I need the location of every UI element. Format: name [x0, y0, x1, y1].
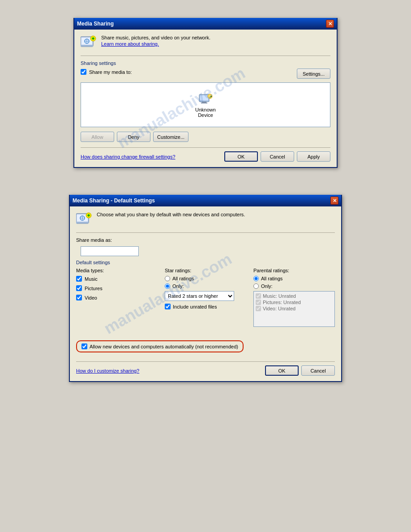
dialog2-header-icon-svg [76, 212, 92, 228]
device-action-buttons: Allow Deny Customize... [81, 132, 330, 142]
dialog1-title: Media Sharing [77, 21, 114, 27]
music-label: Music [85, 276, 98, 282]
dialog2-media-icon [76, 212, 92, 228]
parental-pictures-label: Pictures: Unrated [263, 300, 301, 305]
parental-list-box: Music: Unrated Pictures: Unrated Video: … [253, 291, 335, 327]
share-media-as-label: Share media as: [76, 237, 112, 243]
media-sharing-dialog: Media Sharing ✕ [73, 18, 338, 168]
deny-button[interactable]: Deny [117, 132, 150, 142]
parental-all-label: All ratings [261, 276, 283, 281]
apply-button[interactable]: Apply [297, 151, 330, 162]
parental-only-row: Only: [253, 283, 335, 289]
share-media-checkbox[interactable] [81, 69, 86, 75]
parental-all-radio[interactable] [253, 276, 259, 281]
header-icon-svg [81, 35, 97, 51]
parental-pictures-checkbox [256, 300, 261, 305]
parental-music-item: Music: Unrated [256, 293, 333, 299]
svg-rect-10 [201, 103, 207, 103]
dialog2-close-button[interactable]: ✕ [330, 197, 338, 205]
dialog2-title: Media Sharing - Default Settings [73, 197, 155, 204]
share-name-input[interactable]: Administrator [81, 246, 139, 256]
share-media-as-row: Share media as: [76, 237, 335, 243]
star-ratings-label: Star ratings: [165, 268, 246, 273]
media-types-col: Media types: Music Pictures Video [76, 268, 158, 327]
ok-button[interactable]: OK [224, 151, 258, 162]
svg-rect-15 [76, 222, 89, 223]
dialog1-header: Share music, pictures, and video on your… [81, 35, 330, 56]
parental-music-checkbox [256, 293, 261, 299]
media-sharing-icon [81, 35, 97, 51]
star-only-label: Only: [172, 283, 184, 289]
dialog1-footer: How does sharing change firewall setting… [81, 147, 330, 162]
parental-ratings-label: Parental ratings: [253, 268, 335, 273]
firewall-link[interactable]: How does sharing change firewall setting… [81, 154, 176, 159]
allow-new-devices-section: Allow new devices and computers automati… [76, 340, 244, 352]
share-media-label: Share my media to: [89, 69, 132, 75]
svg-rect-2 [81, 45, 93, 47]
dialog2-titlebar: Media Sharing - Default Settings ✕ [70, 195, 341, 206]
star-only-radio[interactable] [165, 283, 170, 289]
music-checkbox[interactable] [76, 276, 82, 282]
star-ratings-col: Star ratings: All ratings Only: Rated 2 … [165, 268, 246, 327]
dialog2-header-text: Choose what you share by default with ne… [97, 212, 335, 218]
pictures-checkbox[interactable] [76, 285, 82, 291]
device-name-label: Unknown Device [195, 107, 216, 118]
header-description: Share music, pictures, and video on your… [101, 35, 330, 40]
default-settings-label: Default settings [76, 260, 335, 265]
titlebar2-left: Media Sharing - Default Settings [73, 197, 155, 204]
include-unrated-label: Include unrated files [173, 304, 217, 309]
dialog1-titlebar: Media Sharing ✕ [74, 18, 337, 30]
dialog2-content: Choose what you share by default with ne… [70, 206, 341, 381]
star-all-radio[interactable] [165, 276, 170, 281]
settings-button[interactable]: Settings... [297, 69, 330, 79]
dialog1-content: Share music, pictures, and video on your… [74, 30, 337, 167]
settings-columns: Media types: Music Pictures Video [76, 268, 335, 327]
unknown-device: ↗ Unknown Device [195, 92, 216, 118]
video-label: Video [85, 295, 97, 300]
dialog2-footer: How do I customize sharing? OK Cancel [76, 361, 335, 376]
parental-all-row: All ratings [253, 276, 335, 281]
parental-only-label: Only: [261, 283, 273, 289]
allow-new-devices-label: Allow new devices and computers automati… [90, 344, 238, 349]
dialog2-cancel-button[interactable]: Cancel [301, 365, 335, 376]
svg-rect-9 [202, 102, 206, 103]
parental-video-checkbox [256, 306, 261, 311]
cancel-button[interactable]: Cancel [261, 151, 294, 162]
star-all-ratings-label: All ratings [172, 276, 194, 281]
titlebar-left: Media Sharing [77, 21, 114, 27]
music-row: Music [76, 276, 158, 282]
sharing-settings-label: Sharing settings [81, 60, 330, 66]
pictures-row: Pictures [76, 285, 158, 291]
parental-pictures-item: Pictures: Unrated [256, 300, 333, 305]
allow-devices-wrapper: Allow new devices and computers automati… [76, 334, 335, 357]
dialog2-header-description: Choose what you share by default with ne… [97, 212, 335, 217]
pictures-label: Pictures [85, 286, 103, 291]
video-row: Video [76, 295, 158, 300]
device-icon: ↗ [198, 92, 213, 106]
allow-button[interactable]: Allow [81, 132, 114, 142]
parental-video-label: Video: Unrated [263, 306, 295, 311]
parental-only-radio[interactable] [253, 283, 259, 289]
close-button[interactable]: ✕ [326, 20, 334, 28]
customize-button[interactable]: Customize... [153, 132, 188, 142]
star-rating-select[interactable]: Rated 2 stars or higher All ratings Rate… [165, 291, 234, 301]
include-unrated-checkbox[interactable] [165, 304, 171, 309]
learn-more-link[interactable]: Learn more about sharing. [101, 41, 159, 47]
parental-video-item: Video: Unrated [256, 306, 333, 311]
svg-text:↗: ↗ [209, 95, 212, 99]
star-all-ratings-row: All ratings [165, 276, 246, 281]
dialog1-header-text: Share music, pictures, and video on your… [101, 35, 330, 47]
media-types-label: Media types: [76, 268, 158, 273]
allow-new-devices-checkbox[interactable] [81, 343, 87, 349]
customize-link[interactable]: How do I customize sharing? [76, 368, 139, 373]
parental-music-label: Music: Unrated [263, 293, 296, 299]
star-only-row: Only: [165, 283, 246, 289]
dialog2-ok-button[interactable]: OK [265, 365, 299, 376]
video-checkbox[interactable] [76, 295, 82, 300]
include-unrated-row: Include unrated files [165, 304, 246, 309]
parental-ratings-col: Parental ratings: All ratings Only: Musi… [253, 268, 335, 327]
media-sharing-default-dialog: Media Sharing - Default Settings ✕ [69, 195, 342, 382]
star-dropdown-row: Rated 2 stars or higher All ratings Rate… [165, 291, 246, 301]
device-list: ↗ Unknown Device [81, 82, 330, 127]
svg-rect-8 [200, 95, 208, 100]
